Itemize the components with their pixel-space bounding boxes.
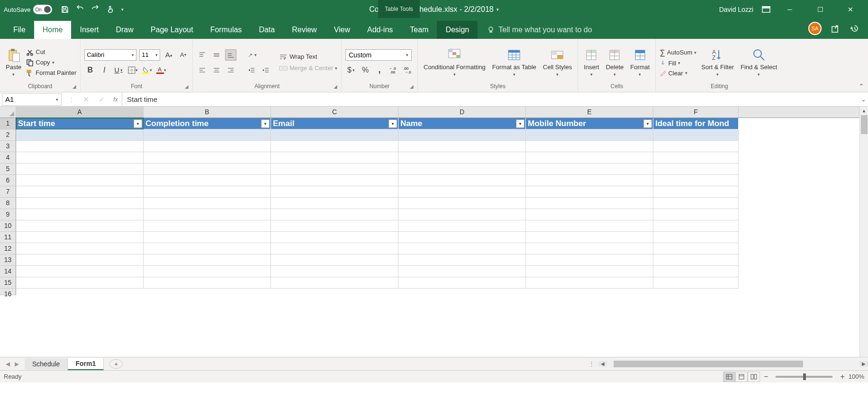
col-header-a[interactable]: A [16, 107, 144, 118]
align-top-icon[interactable] [197, 49, 208, 61]
format-cells-button[interactable]: Format▾ [628, 47, 651, 77]
merge-center-button[interactable]: Merge & Center▾ [279, 64, 337, 72]
cell-b1[interactable]: Completion time▼ [144, 118, 271, 129]
align-right-icon[interactable] [225, 64, 236, 76]
tab-view[interactable]: View [326, 21, 359, 39]
conditional-formatting-button[interactable]: Conditional Formatting▾ [422, 47, 488, 77]
touch-mode-icon[interactable] [106, 5, 115, 14]
copy-button[interactable]: Copy▾ [26, 59, 76, 66]
fill-color-icon[interactable]: ▾ [141, 64, 153, 76]
zoom-level[interactable]: 100% [849, 373, 864, 380]
history-icon[interactable] [850, 24, 859, 33]
save-icon[interactable] [61, 5, 69, 14]
enter-formula-icon[interactable]: ✓ [94, 95, 109, 104]
paste-button[interactable]: Paste ▾ [4, 47, 23, 77]
autosave-toggle[interactable]: On [33, 5, 52, 14]
zoom-slider[interactable] [776, 376, 832, 378]
align-bottom-icon[interactable] [225, 49, 236, 61]
underline-icon[interactable]: U▾ [113, 64, 124, 76]
new-sheet-button[interactable]: + [109, 359, 123, 369]
avatar[interactable]: SA [808, 22, 822, 35]
row-header-5[interactable]: 5 [0, 164, 16, 175]
horizontal-scrollbar[interactable]: ⋮ ◀ ▶ [588, 360, 868, 368]
tab-team[interactable]: Team [401, 21, 437, 39]
row-header-13[interactable]: 13 [0, 255, 16, 266]
sheet-tab-form1[interactable]: Form1 [68, 358, 104, 370]
minimize-button[interactable]: ─ [779, 6, 801, 13]
sheet-next-icon[interactable]: ▶ [15, 361, 19, 367]
row-header-9[interactable]: 9 [0, 209, 16, 220]
borders-icon[interactable]: ▾ [127, 64, 138, 76]
decrease-font-icon[interactable]: A▾ [177, 49, 189, 61]
sheet-prev-icon[interactable]: ◀ [6, 361, 10, 367]
tab-insert[interactable]: Insert [71, 21, 107, 39]
name-box[interactable]: A1▾ [2, 93, 62, 106]
tab-page-layout[interactable]: Page Layout [142, 21, 202, 39]
cell-a1[interactable]: Start time▼ [16, 118, 144, 129]
number-format-select[interactable]: Custom▾ [345, 49, 412, 61]
scroll-up-icon[interactable]: ▲ [860, 107, 868, 115]
tab-addins[interactable]: Add-ins [359, 21, 401, 39]
bold-icon[interactable]: B [84, 64, 96, 76]
tab-data[interactable]: Data [250, 21, 283, 39]
increase-indent-icon[interactable] [260, 64, 271, 76]
cell-f1[interactable]: Ideal time for Mond [653, 118, 739, 129]
sheet-tab-schedule[interactable]: Schedule [25, 358, 68, 370]
font-size-select[interactable]: 11▾ [139, 49, 160, 61]
row-header-11[interactable]: 11 [0, 232, 16, 243]
zoom-out-icon[interactable]: − [764, 373, 768, 381]
tab-design[interactable]: Design [437, 21, 478, 39]
row-header-10[interactable]: 10 [0, 220, 16, 232]
row-header-2[interactable]: 2 [0, 129, 16, 141]
wrap-text-button[interactable]: Wrap Text [279, 53, 337, 61]
col-header-d[interactable]: D [398, 107, 526, 118]
hscroll-thumb[interactable] [614, 361, 803, 367]
increase-font-icon[interactable]: A▴ [163, 49, 174, 61]
scroll-right-icon[interactable]: ▶ [859, 361, 868, 366]
filter-icon[interactable]: ▼ [516, 119, 524, 128]
col-header-c[interactable]: C [271, 107, 398, 118]
col-header-e[interactable]: E [526, 107, 653, 118]
decrease-decimal-icon[interactable]: .00→.0 [402, 64, 414, 76]
font-color-icon[interactable]: A▾ [155, 64, 167, 76]
number-launcher-icon[interactable]: ◢ [410, 84, 414, 89]
font-name-select[interactable]: Calibri▾ [84, 49, 136, 61]
row-header-14[interactable]: 14 [0, 266, 16, 277]
tab-file[interactable]: File [5, 21, 34, 39]
cell-e1[interactable]: Mobile Number▼ [526, 118, 653, 129]
accounting-format-icon[interactable]: $▾ [345, 64, 357, 76]
clipboard-launcher-icon[interactable]: ◢ [72, 84, 76, 89]
align-center-icon[interactable] [211, 64, 222, 76]
normal-view-icon[interactable] [723, 372, 735, 382]
format-as-table-button[interactable]: Format as Table▾ [490, 47, 538, 77]
close-button[interactable]: ✕ [840, 6, 861, 13]
tab-review[interactable]: Review [283, 21, 325, 39]
collapse-ribbon-icon[interactable]: ⌃ [859, 82, 864, 90]
col-header-f[interactable]: F [653, 107, 739, 118]
row-header-7[interactable]: 7 [0, 186, 16, 198]
filter-icon[interactable]: ▼ [643, 119, 652, 128]
col-header-b[interactable]: B [144, 107, 271, 118]
tell-me[interactable]: Tell me what you want to do [487, 26, 592, 39]
cancel-formula-icon[interactable]: ✕ [74, 95, 94, 104]
filter-icon[interactable]: ▼ [261, 119, 270, 128]
italic-icon[interactable]: I [99, 64, 110, 76]
alignment-launcher-icon[interactable]: ◢ [334, 84, 337, 89]
row-header-8[interactable]: 8 [0, 198, 16, 209]
formula-input[interactable]: Start time [122, 92, 859, 106]
redo-icon[interactable] [91, 5, 99, 14]
row-header-16[interactable]: 16 [0, 289, 16, 295]
cell-c1[interactable]: Email▼ [271, 118, 398, 129]
decrease-indent-icon[interactable] [246, 64, 257, 76]
zoom-in-icon[interactable]: + [840, 373, 844, 381]
scroll-left-icon[interactable]: ◀ [598, 361, 607, 366]
select-all-button[interactable] [0, 107, 16, 118]
align-left-icon[interactable] [197, 64, 208, 76]
sort-filter-button[interactable]: AZ Sort & Filter▾ [699, 47, 736, 77]
share-icon[interactable] [831, 24, 841, 33]
find-select-button[interactable]: Find & Select▾ [739, 47, 779, 77]
row-header-3[interactable]: 3 [0, 141, 16, 152]
delete-cells-button[interactable]: Delete▾ [604, 47, 626, 77]
font-launcher-icon[interactable]: ◢ [185, 84, 189, 89]
row-header-6[interactable]: 6 [0, 175, 16, 186]
